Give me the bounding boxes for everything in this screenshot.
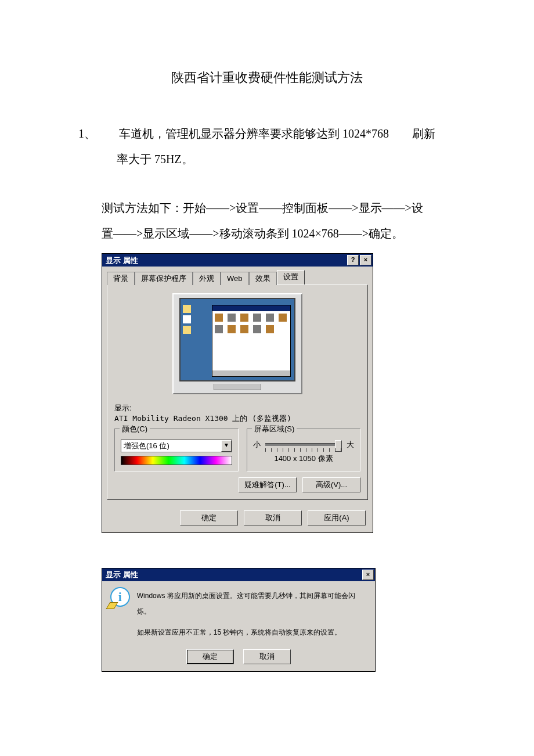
cancel-button[interactable]: 取消 [244, 510, 302, 525]
tab-appearance[interactable]: 外观 [193, 272, 221, 285]
screen-area-legend: 屏幕区域(S) [252, 424, 297, 434]
help-button[interactable]: ? [347, 255, 359, 265]
ok-button[interactable]: 确定 [186, 649, 234, 664]
tab-settings[interactable]: 设置 [277, 270, 305, 285]
advanced-button[interactable]: 高级(V)... [302, 477, 360, 492]
doc-method-line2: 置——>显示区域——>移动滚动条到 1024×768——>确定。 [78, 221, 456, 246]
tab-web[interactable]: Web [221, 272, 249, 285]
dialog2-titlebar: 显示 属性 × [102, 568, 375, 581]
doc-title: 陕西省计重收费硬件性能测试方法 [78, 64, 456, 92]
slider-max-label: 大 [347, 440, 354, 449]
resolution-slider[interactable] [265, 443, 342, 446]
dialog2-line2: 如果新设置应用不正常，15 秒钟内，系统将自动恢复原来的设置。 [137, 625, 367, 640]
display-properties-dialog: 显示 属性 ? × 背景 屏幕保护程序 外观 Web 效果 设置 [102, 253, 373, 533]
confirm-settings-dialog: 显示 属性 × i Windows 将应用新的桌面设置。这可能需要几秒钟，其间屏… [102, 568, 376, 672]
color-preview-strip [121, 456, 232, 465]
cancel-button[interactable]: 取消 [243, 649, 291, 664]
close-button[interactable]: × [362, 570, 374, 580]
dialog-title: 显示 属性 [106, 256, 138, 265]
doc-item1-line2: 率大于 75HZ。 [78, 146, 456, 172]
troubleshoot-button[interactable]: 疑难解答(T)... [239, 477, 297, 492]
color-select[interactable]: 增强色(16 位) ▼ [121, 440, 232, 452]
slider-min-label: 小 [253, 440, 261, 449]
tab-screensaver[interactable]: 屏幕保护程序 [135, 272, 193, 285]
display-value: ATI Mobility Radeon X1300 上的 (多监视器) [114, 414, 360, 423]
dialog-titlebar: 显示 属性 ? × [102, 254, 373, 267]
apply-button[interactable]: 应用(A) [308, 510, 366, 525]
tab-effects[interactable]: 效果 [249, 272, 277, 285]
tab-strip: 背景 屏幕保护程序 外观 Web 效果 设置 [102, 267, 373, 285]
display-label: 显示: [114, 404, 360, 413]
dropdown-arrow-icon[interactable]: ▼ [221, 440, 232, 452]
tab-background[interactable]: 背景 [107, 272, 135, 285]
monitor-preview [172, 293, 302, 394]
dialog2-title: 显示 属性 [106, 567, 138, 584]
slider-thumb[interactable] [335, 440, 342, 452]
info-icon: i [110, 587, 130, 607]
color-legend: 颜色(C) [120, 424, 150, 434]
screen-area-groupbox: 屏幕区域(S) 小 大 1400 x 1050 像素 [247, 429, 360, 471]
ok-button[interactable]: 确定 [180, 510, 238, 525]
close-button[interactable]: × [360, 255, 371, 265]
color-select-value: 增强色(16 位) [121, 441, 221, 451]
dialog2-line1: Windows 将应用新的桌面设置。这可能需要几秒钟，其间屏幕可能会闪烁。 [137, 588, 367, 619]
color-groupbox: 颜色(C) 增强色(16 位) ▼ [114, 429, 239, 471]
doc-method-line1: 测试方法如下：开始——>设置——控制面板——>显示——>设 [78, 195, 456, 221]
resolution-value: 1400 x 1050 像素 [253, 454, 354, 463]
tab-settings-body: 显示: ATI Mobility Radeon X1300 上的 (多监视器) … [107, 285, 368, 500]
doc-item1-line1: 1、 车道机，管理机显示器分辨率要求能够达到 1024*768 刷新 [78, 121, 456, 146]
